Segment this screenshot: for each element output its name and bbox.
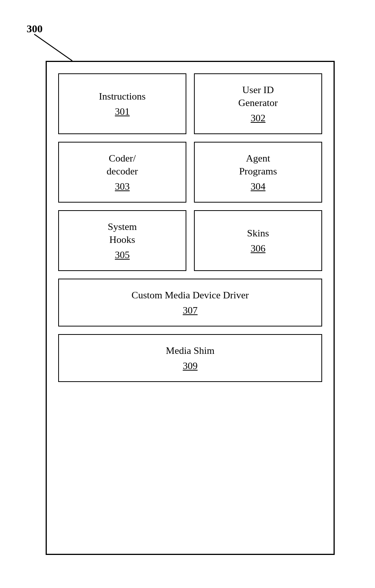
grid-row-3: SystemHooks 305 Skins 306 [58,210,322,271]
coder-decoder-title: Coder/decoder [106,152,138,178]
custom-media-device-driver-title: Custom Media Device Driver [132,289,249,302]
system-hooks-number: 305 [115,249,130,261]
media-shim-title: Media Shim [166,344,215,357]
instructions-number: 301 [115,106,130,117]
coder-decoder-box: Coder/decoder 303 [58,142,186,203]
system-hooks-box: SystemHooks 305 [58,210,186,271]
skins-box: Skins 306 [194,210,322,271]
skins-title: Skins [247,227,269,240]
user-id-generator-box: User IDGenerator 302 [194,73,322,134]
grid-row-2: Coder/decoder 303 AgentPrograms 304 [58,142,322,203]
custom-media-device-driver-box: Custom Media Device Driver 307 [58,279,322,326]
diagram-container: 300 Instructions 301 User IDGenerator 30… [23,23,350,574]
grid-row-1: Instructions 301 User IDGenerator 302 [58,73,322,134]
media-shim-number: 309 [183,360,198,372]
agent-programs-box: AgentPrograms 304 [194,142,322,203]
instructions-box: Instructions 301 [58,73,186,134]
agent-programs-number: 304 [251,181,265,192]
custom-media-device-driver-number: 307 [183,305,198,316]
svg-line-0 [34,34,72,61]
media-shim-box: Media Shim 309 [58,334,322,382]
agent-programs-title: AgentPrograms [239,152,277,178]
instructions-title: Instructions [99,90,146,103]
coder-decoder-number: 303 [115,181,130,192]
skins-number: 306 [251,243,265,254]
user-id-generator-title: User IDGenerator [238,84,278,109]
system-hooks-title: SystemHooks [108,220,137,246]
outer-box: Instructions 301 User IDGenerator 302 Co… [46,61,335,555]
user-id-generator-number: 302 [251,113,265,124]
